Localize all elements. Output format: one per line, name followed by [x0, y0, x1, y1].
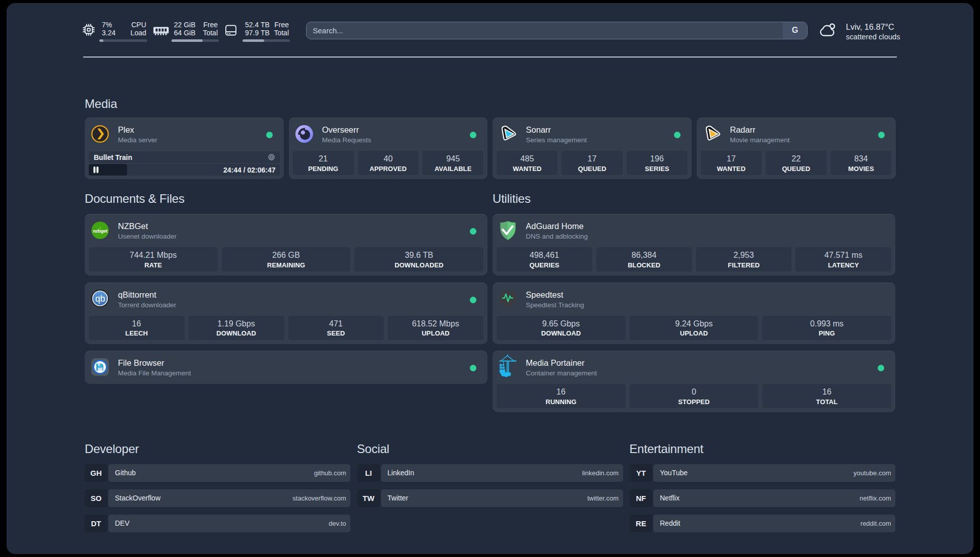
svg-text:nzbget: nzbget: [93, 228, 108, 233]
svg-text:qb: qb: [95, 294, 105, 304]
